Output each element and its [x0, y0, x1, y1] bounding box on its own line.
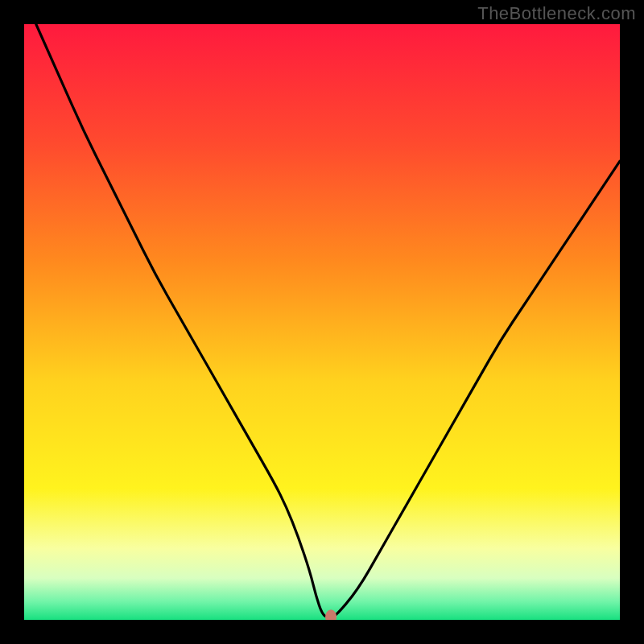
watermark-text: TheBottleneck.com	[477, 3, 636, 24]
bottleneck-plot	[24, 24, 620, 620]
chart-frame: TheBottleneck.com	[0, 0, 644, 644]
gradient-background	[24, 24, 620, 620]
